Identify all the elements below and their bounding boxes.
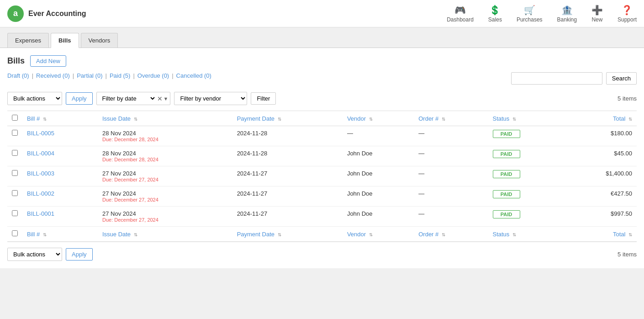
row-due-date: Due: December 27, 2024 — [102, 197, 228, 202]
header-vendor[interactable]: Vendor ⇅ — [343, 111, 414, 126]
sort-issue-date-icon: ⇅ — [134, 117, 137, 122]
purchases-icon: 🛒 — [524, 5, 535, 16]
apply-button[interactable]: Apply — [66, 92, 93, 105]
row-checkbox[interactable] — [12, 130, 18, 136]
search-input[interactable] — [511, 72, 602, 85]
filter-partial[interactable]: Partial (0) — [77, 72, 102, 79]
filter-draft[interactable]: Draft (0) — [7, 72, 29, 79]
row-total: $997.50 — [563, 207, 637, 227]
header-bill-num[interactable]: Bill # ⇅ — [22, 111, 98, 126]
tab-vendors[interactable]: Vendors — [81, 33, 118, 48]
row-bill-id: BILL-0005 — [22, 126, 98, 146]
footer-payment-date[interactable]: Payment Date ⇅ — [232, 227, 343, 242]
row-payment-date: 2024-11-27 — [232, 166, 343, 186]
row-due-date: Due: December 27, 2024 — [102, 217, 228, 223]
header-order-num[interactable]: Order # ⇅ — [414, 111, 488, 126]
bill-link[interactable]: BILL-0001 — [27, 210, 54, 217]
page-header: Bills Add New — [7, 55, 637, 67]
row-status: PAID — [488, 146, 564, 166]
sort-payment-date-footer-icon: ⇅ — [278, 232, 281, 237]
row-due-date: Due: December 28, 2024 — [102, 137, 228, 142]
bulk-actions-select[interactable]: Bulk actions — [7, 92, 62, 105]
sort-total-footer-icon: ⇅ — [628, 232, 632, 237]
footer-issue-date[interactable]: Issue Date ⇅ — [98, 227, 232, 242]
status-badge: PAID — [493, 130, 520, 138]
row-vendor: John Doe — [343, 146, 414, 166]
table-row: BILL-0004 28 Nov 2024 Due: December 28, … — [7, 146, 637, 166]
bottom-items-count: 5 items — [618, 251, 637, 258]
row-checkbox[interactable] — [12, 170, 18, 176]
row-checkbox[interactable] — [12, 190, 18, 196]
nav-banking-label: Banking — [557, 16, 577, 23]
add-new-button[interactable]: Add New — [30, 55, 66, 67]
row-checkbox[interactable] — [12, 150, 18, 156]
row-due-date: Due: December 27, 2024 — [102, 177, 228, 182]
filter-received[interactable]: Received (0) — [36, 72, 70, 79]
tab-expenses[interactable]: Expenses — [7, 33, 49, 48]
bills-table: Bill # ⇅ Issue Date ⇅ Payment Date ⇅ Ven… — [7, 111, 637, 242]
nav-items: 🎮 Dashboard 💲 Sales 🛒 Purchases 🏦 Bankin… — [447, 5, 637, 23]
row-total: €427.50 — [563, 186, 637, 207]
row-payment-date: 2024-11-28 — [232, 126, 343, 146]
filter-vendor-select[interactable]: Filter by vendor — [174, 92, 247, 105]
bill-link[interactable]: BILL-0004 — [27, 150, 54, 157]
header-payment-date[interactable]: Payment Date ⇅ — [232, 111, 343, 126]
support-icon: ❓ — [621, 5, 633, 16]
filter-overdue[interactable]: Overdue (0) — [137, 72, 169, 79]
bulk-actions-bottom-select[interactable]: Bulk actions — [7, 248, 62, 261]
tabs-bar: Expenses Bills Vendors — [0, 27, 644, 48]
bill-link[interactable]: BILL-0002 — [27, 190, 54, 197]
row-checkbox[interactable] — [12, 210, 18, 216]
bill-link[interactable]: BILL-0005 — [27, 130, 54, 137]
footer-vendor[interactable]: Vendor ⇅ — [343, 227, 414, 242]
table-row: BILL-0005 28 Nov 2024 Due: December 28, … — [7, 126, 637, 146]
filter-button[interactable]: Filter — [251, 92, 276, 105]
row-vendor: John Doe — [343, 207, 414, 227]
footer-bill-num[interactable]: Bill # ⇅ — [22, 227, 98, 242]
filter-date-select[interactable]: Filter by date — [97, 92, 156, 105]
nav-new-label: New — [591, 16, 602, 23]
row-total: $180.00 — [563, 126, 637, 146]
toolbar: Bulk actions Apply Filter by date ✕ ▼ Fi… — [7, 92, 637, 105]
row-checkbox-cell — [7, 166, 22, 186]
filter-paid[interactable]: Paid (5) — [110, 72, 131, 79]
app-logo[interactable]: a Ever Accounting — [7, 5, 86, 22]
footer-status[interactable]: Status ⇅ — [488, 227, 564, 242]
nav-support[interactable]: ❓ Support — [618, 5, 637, 23]
apply-bottom-button[interactable]: Apply — [66, 248, 93, 261]
search-button[interactable]: Search — [606, 72, 637, 85]
nav-sales[interactable]: 💲 Sales — [488, 5, 502, 23]
header-issue-date[interactable]: Issue Date ⇅ — [98, 111, 232, 126]
select-all-checkbox[interactable] — [12, 115, 18, 121]
nav-new[interactable]: ➕ New — [591, 5, 603, 23]
row-vendor: John Doe — [343, 166, 414, 186]
sort-order-num-footer-icon: ⇅ — [442, 232, 445, 237]
row-bill-id: BILL-0001 — [22, 207, 98, 227]
clear-date-filter-button[interactable]: ✕ — [156, 95, 164, 102]
table-row: BILL-0003 27 Nov 2024 Due: December 27, … — [7, 166, 637, 186]
nav-dashboard[interactable]: 🎮 Dashboard — [447, 5, 474, 23]
footer-order-num[interactable]: Order # ⇅ — [414, 227, 488, 242]
sort-payment-date-icon: ⇅ — [278, 117, 281, 122]
filter-cancelled[interactable]: Cancelled (0) — [176, 72, 211, 79]
tab-bills[interactable]: Bills — [51, 33, 79, 48]
row-order-num: — — [414, 146, 488, 166]
new-icon: ➕ — [591, 5, 603, 16]
filter-links: Draft (0) | Received (0) | Partial (0) |… — [7, 72, 211, 79]
select-all-footer-checkbox[interactable] — [12, 230, 18, 236]
row-total: $1,400.00 — [563, 166, 637, 186]
row-issue-date: 27 Nov 2024 Due: December 27, 2024 — [98, 166, 232, 186]
sales-icon: 💲 — [489, 5, 501, 16]
sort-vendor-footer-icon: ⇅ — [369, 232, 373, 237]
sort-bill-num-footer-icon: ⇅ — [43, 232, 47, 237]
header-total[interactable]: Total ⇅ — [563, 111, 637, 126]
row-checkbox-cell — [7, 146, 22, 166]
table-footer-row: Bill # ⇅ Issue Date ⇅ Payment Date ⇅ Ven… — [7, 227, 637, 242]
sort-vendor-icon: ⇅ — [369, 117, 373, 122]
header-status[interactable]: Status ⇅ — [488, 111, 564, 126]
bill-link[interactable]: BILL-0003 — [27, 170, 54, 177]
nav-sales-label: Sales — [488, 16, 502, 23]
nav-banking[interactable]: 🏦 Banking — [557, 5, 577, 23]
footer-total[interactable]: Total ⇅ — [563, 227, 637, 242]
nav-purchases[interactable]: 🛒 Purchases — [517, 5, 543, 23]
